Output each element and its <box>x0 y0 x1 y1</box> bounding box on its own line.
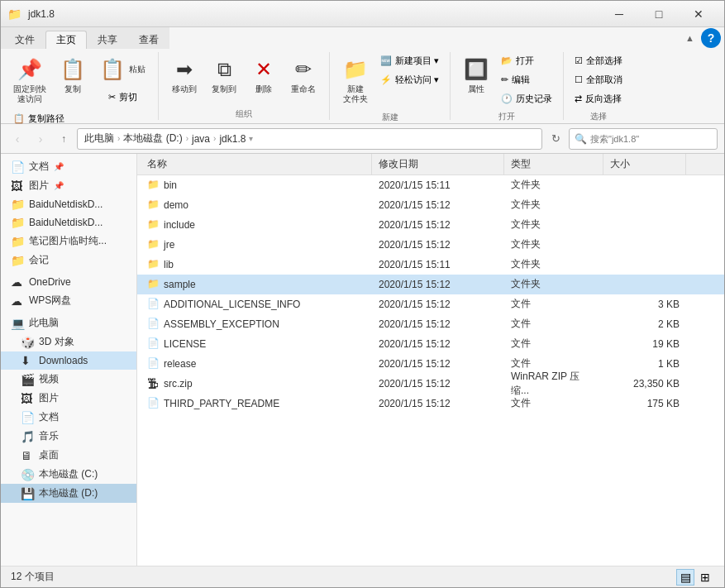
select-none-button[interactable]: ☐ 全部取消 <box>570 71 627 88</box>
select-all-icon: ☑ <box>575 55 583 66</box>
up-button[interactable]: ↑ <box>54 129 74 149</box>
view-large-icons-button[interactable]: ⊞ <box>696 569 714 586</box>
col-type[interactable]: 类型 <box>504 154 603 174</box>
sidebar-item-pictures[interactable]: 🖼 图片 📌 <box>1 176 136 195</box>
sidebar-item-wps[interactable]: ☁ WPS网盘 <box>1 291 136 310</box>
sidebar-item-baidu2[interactable]: 📁 BaiduNetdiskD... <box>1 213 136 232</box>
ribbon-collapse-button[interactable]: ▲ <box>682 31 698 45</box>
view-details-button[interactable]: ▤ <box>676 569 694 586</box>
sidebar-item-desktop[interactable]: 🖥 桌面 <box>1 446 136 465</box>
new-folder-button[interactable]: 📁 新建文件夹 <box>336 52 374 108</box>
col-name[interactable]: 名称 <box>141 154 372 174</box>
organize-buttons: ➡ 移动到 ⧉ 复制到 ✕ 删除 ✏ 重命名 <box>165 52 322 105</box>
file-date-assembly: 2020/1/15 15:12 <box>372 314 504 333</box>
copy-button[interactable]: 📋 复制 <box>54 52 92 98</box>
tab-file[interactable]: 文件 <box>4 31 45 49</box>
sidebar-item-3d-objects[interactable]: 🎲 3D 对象 <box>1 332 136 351</box>
forward-button[interactable]: › <box>31 129 50 149</box>
rename-button[interactable]: ✏ 重命名 <box>284 52 322 98</box>
table-row[interactable]: 📁 sample 2020/1/15 15:12 文件夹 <box>137 275 724 294</box>
address-path[interactable]: 此电脑 › 本地磁盘 (D:) › java › jdk1.8 ▾ <box>77 128 542 150</box>
sidebar-item-downloads[interactable]: ⬇ Downloads <box>1 351 136 370</box>
sidebar-item-images[interactable]: 🖼 图片 <box>1 389 136 408</box>
sidebar-item-onedrive[interactable]: ☁ OneDrive <box>1 273 136 291</box>
copy-to-button[interactable]: ⧉ 复制到 <box>205 52 243 98</box>
properties-button[interactable]: 🔲 属性 <box>457 52 495 98</box>
tab-share[interactable]: 共享 <box>87 31 128 49</box>
select-all-button[interactable]: ☑ 全部选择 <box>570 52 627 69</box>
sidebar-item-label: 会记 <box>29 253 49 267</box>
file-size-lib <box>603 255 686 274</box>
sidebar-item-baidu1[interactable]: 📁 BaiduNetdiskD... <box>1 195 136 213</box>
table-row[interactable]: 📁 lib 2020/1/15 15:11 文件夹 <box>137 255 724 275</box>
table-row[interactable]: 📄 ASSEMBLY_EXCEPTION 2020/1/15 15:12 文件 … <box>137 314 724 334</box>
table-row[interactable]: 📄 LICENSE 2020/1/15 15:12 文件 19 KB <box>137 334 724 354</box>
file-date-include: 2020/1/15 15:12 <box>372 215 504 234</box>
sidebar-item-documents[interactable]: 📄 文档 📌 <box>1 157 136 176</box>
cut-button[interactable]: ✂ 剪切 <box>104 88 141 106</box>
file-type-jre: 文件夹 <box>504 235 603 254</box>
file-size-third: 175 KB <box>603 394 686 413</box>
sidebar-item-music[interactable]: 🎵 音乐 <box>1 427 136 446</box>
sidebar-item-label: OneDrive <box>29 276 71 288</box>
delete-button[interactable]: ✕ 删除 <box>245 52 283 98</box>
move-to-button[interactable]: ➡ 移动到 <box>165 52 203 98</box>
path-this-pc[interactable]: 此电脑 <box>84 131 114 146</box>
help-button[interactable]: ? <box>701 28 721 48</box>
file-date-lib: 2020/1/15 15:11 <box>372 255 504 274</box>
file-type-lib: 文件夹 <box>504 255 603 274</box>
sidebar-item-notes[interactable]: 📁 笔记图片临时纯... <box>1 232 136 251</box>
path-java[interactable]: java <box>192 133 210 145</box>
table-row[interactable]: 📄 release 2020/1/15 15:12 文件 1 KB <box>137 354 724 374</box>
path-jdk18[interactable]: jdk1.8 <box>219 133 246 145</box>
sidebar-item-label: 视频 <box>39 372 59 386</box>
file-date-license: 2020/1/15 15:12 <box>372 334 504 353</box>
sidebar-item-label: BaiduNetdiskD... <box>29 198 103 210</box>
new-item-button[interactable]: 🆕 新建项目 ▾ <box>376 52 443 69</box>
pin-to-quick-access-button[interactable]: 📌 固定到快速访问 <box>7 52 52 108</box>
search-icon: 🔍 <box>575 133 587 145</box>
sidebar-item-label: 图片 <box>29 179 49 193</box>
cloud-icon: ☁ <box>11 275 24 289</box>
table-row[interactable]: 📁 include 2020/1/15 15:12 文件夹 <box>137 215 724 235</box>
refresh-button[interactable]: ↻ <box>546 129 565 149</box>
file-name-third: 📄 THIRD_PARTY_README <box>141 394 372 413</box>
tab-view[interactable]: 查看 <box>128 31 169 49</box>
easy-access-button[interactable]: ⚡ 轻松访问 ▾ <box>376 71 443 88</box>
paste-button[interactable]: 📋 粘贴 <box>93 52 151 87</box>
ribbon-group-select: ☑ 全部选择 ☐ 全部取消 ⇄ 反向选择 选择 <box>564 52 633 120</box>
path-local-d[interactable]: 本地磁盘 (D:) <box>123 131 182 146</box>
minimize-button[interactable]: ─ <box>600 2 638 26</box>
sidebar-item-docs[interactable]: 📄 文档 <box>1 408 136 427</box>
table-row[interactable]: 📁 demo 2020/1/15 15:12 文件夹 <box>137 195 724 215</box>
sidebar-item-this-pc[interactable]: 💻 此电脑 <box>1 313 136 332</box>
file-type-additional: 文件 <box>504 294 603 313</box>
title-bar-icons: 📁 <box>7 7 21 21</box>
tab-home[interactable]: 主页 <box>45 31 87 49</box>
maximize-button[interactable]: □ <box>640 2 678 26</box>
search-box[interactable]: 🔍 <box>569 128 718 150</box>
file-name-lib: 📁 lib <box>141 255 372 274</box>
file-name-srczip: 🗜 src.zip <box>141 374 372 393</box>
col-size[interactable]: 大小 <box>603 154 686 174</box>
sidebar-item-memo[interactable]: 📁 会记 <box>1 251 136 270</box>
table-row[interactable]: 📄 THIRD_PARTY_README 2020/1/15 15:12 文件 … <box>137 394 724 414</box>
open-button[interactable]: 📂 打开 <box>497 52 556 69</box>
sidebar-item-local-c[interactable]: 💿 本地磁盘 (C:) <box>1 465 136 484</box>
file-name-jre: 📁 jre <box>141 235 372 254</box>
invert-selection-button[interactable]: ⇄ 反向选择 <box>570 90 627 108</box>
sidebar-item-video[interactable]: 🎬 视频 <box>1 370 136 389</box>
back-button[interactable]: ‹ <box>7 129 27 149</box>
sidebar-item-label: WPS网盘 <box>29 294 71 308</box>
history-button[interactable]: 🕐 历史记录 <box>497 90 556 108</box>
table-row[interactable]: 📁 bin 2020/1/15 15:11 文件夹 <box>137 175 724 195</box>
edit-button[interactable]: ✏ 编辑 <box>497 71 556 88</box>
title-controls: ─ □ ✕ <box>600 2 718 26</box>
close-button[interactable]: ✕ <box>680 2 718 26</box>
search-input[interactable] <box>590 134 712 144</box>
table-row[interactable]: 🗜 src.zip 2020/1/15 15:12 WinRAR ZIP 压缩.… <box>137 374 724 394</box>
sidebar-item-local-d[interactable]: 💾 本地磁盘 (D:) <box>1 484 136 503</box>
col-date[interactable]: 修改日期 <box>372 154 504 174</box>
table-row[interactable]: 📄 ADDITIONAL_LICENSE_INFO 2020/1/15 15:1… <box>137 294 724 314</box>
table-row[interactable]: 📁 jre 2020/1/15 15:12 文件夹 <box>137 235 724 255</box>
